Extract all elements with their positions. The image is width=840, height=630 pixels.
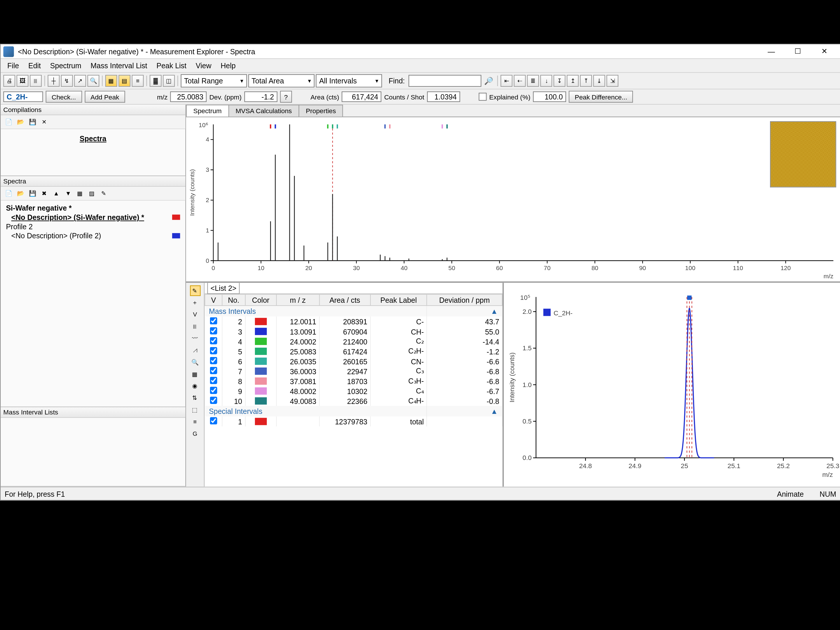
nav-icon-3[interactable]: ≣ [527,75,539,87]
layout-icon-2[interactable]: ▤ [118,75,130,87]
table-row[interactable]: 3 13.0091670904CH-55.0 [205,326,502,336]
table-row[interactable]: 112379783total [205,417,502,426]
help-button[interactable]: ? [280,91,292,103]
peaks-icon[interactable]: ⫼ [30,75,42,87]
search-icon[interactable]: 🔍 [189,357,200,368]
menu-view[interactable]: View [192,60,215,71]
zoom-icon[interactable]: 🔍 [87,75,99,87]
table-row[interactable]: 6 26.0035260165CN--6.6 [205,356,502,366]
table-row[interactable]: 10 49.008322366C₄H--0.8 [205,396,502,406]
new-spectrum-icon[interactable]: 📄 [3,188,14,199]
down-icon[interactable]: ▼ [63,188,74,199]
menu-mass-interval-list[interactable]: Mass Interval List [87,60,152,71]
layout-icon-1[interactable]: ▦ [105,75,117,87]
nav-icon-4[interactable]: ↓ [540,75,553,87]
open-spectrum-icon[interactable]: 📂 [15,188,26,199]
tab-spectrum[interactable]: Spectrum [186,105,229,117]
tree-root[interactable]: Si-Wafer negative * [3,203,183,213]
target-icon[interactable]: ◉ [189,381,200,391]
new-icon[interactable]: 📄 [3,117,14,127]
bars-icon[interactable]: ⫼ [189,321,200,332]
delete-icon[interactable]: ✕ [39,117,50,127]
nav-icon-1[interactable]: ⇤ [501,75,513,87]
check-button[interactable]: Check... [46,91,82,103]
tree-profile[interactable]: Profile 2 [3,222,183,231]
open-icon[interactable]: 📂 [15,117,26,127]
nav-icon-6[interactable]: ↥ [567,75,579,87]
peak-icon[interactable]: ⩘ [189,345,200,355]
row-checkbox[interactable] [210,387,217,394]
nav-icon-7[interactable]: ⤒ [580,75,592,87]
close-button[interactable]: ✕ [811,45,838,58]
color-icon[interactable]: ▨ [87,188,97,199]
save-spectrum-icon[interactable]: 💾 [27,188,38,199]
plus-icon[interactable]: ＋ [189,297,200,308]
row-checkbox[interactable] [210,337,217,344]
row-checkbox[interactable] [210,327,217,335]
col-v[interactable]: V [205,294,222,306]
row-checkbox[interactable] [210,357,217,364]
tool-icon-1[interactable]: ┼ [47,75,60,87]
row-checkbox[interactable] [210,367,217,374]
spectrum-chart[interactable]: 01020304050607080901001101200123410⁶m/zI… [186,117,840,283]
row-checkbox[interactable] [210,397,217,404]
zoom-chart[interactable]: 24.824.92525.125.225.30.00.51.01.52.010⁵… [504,283,840,486]
range-combo[interactable]: Total Range [181,74,247,87]
table-row[interactable]: 4 24.0002212400C₂-14.4 [205,336,502,346]
v-icon[interactable]: V [189,309,200,320]
g-icon[interactable]: G [189,428,200,439]
minimize-button[interactable]: — [758,45,785,58]
list-tab[interactable]: <List 2> [207,283,240,294]
col-peak[interactable]: Peak Label [370,294,427,306]
print-icon[interactable]: 🖨 [3,75,15,87]
menu-spectrum[interactable]: Spectrum [46,60,85,71]
menu-help[interactable]: Help [217,60,240,71]
tab-properties[interactable]: Properties [298,105,343,117]
find-input[interactable] [409,75,482,87]
formula-input[interactable] [3,91,43,102]
col-area[interactable]: Area / cts [319,294,370,306]
col-dev[interactable]: Deviation / ppm [427,294,502,306]
col-no[interactable]: No. [222,294,245,306]
up-icon[interactable]: ▲ [51,188,62,199]
row-checkbox[interactable] [210,377,217,384]
spectra-link[interactable]: Spectra [3,132,183,145]
palette-icon[interactable]: ◫ [163,75,175,87]
table-row[interactable]: 7 36.000322947C₃-6.8 [205,366,502,376]
tree-item-selected[interactable]: <No Description> (Si-Wafer negative) * [3,213,183,222]
delete-spectrum-icon[interactable]: ✖ [39,188,50,199]
nav-icon-9[interactable]: ⇲ [607,75,619,87]
grid2-icon[interactable]: ▦ [189,369,200,379]
table-row[interactable]: 2 12.0011208391C-43.7 [205,316,502,326]
intervals-combo[interactable]: All Intervals [316,74,382,87]
table-row[interactable]: 8 37.008118703C₃H--6.8 [205,376,502,386]
menu-peak-list[interactable]: Peak List [153,60,191,71]
image-icon[interactable]: 🖼 [17,75,28,87]
peak-difference-button[interactable]: Peak Difference... [569,91,633,103]
wave-icon[interactable]: 〰 [189,333,200,344]
col-color[interactable]: Color [245,294,276,306]
pencil-icon[interactable]: ✎ [189,286,200,296]
grid-icon[interactable]: ▦ [75,188,85,199]
tool-icon-2[interactable]: ↯ [61,75,73,87]
add-peak-button[interactable]: Add Peak [85,91,125,103]
maximize-button[interactable]: ☐ [785,45,811,58]
row-checkbox[interactable] [210,317,217,325]
row-checkbox[interactable] [210,417,217,425]
nav-icon-2[interactable]: ⇠ [514,75,526,87]
col-mz[interactable]: m / z [276,294,319,306]
image-thumbnail[interactable] [770,122,836,188]
table-row[interactable]: 9 48.000210302C₄-6.7 [205,386,502,396]
nav-icon-8[interactable]: ⤓ [594,75,605,87]
tool-icon-3[interactable]: ↗ [74,75,86,87]
row-checkbox[interactable] [210,347,217,354]
table-row[interactable]: 5 25.0083617424C₂H--1.2 [205,346,502,356]
nav-icon-5[interactable]: ↧ [554,75,566,87]
tree-item-profile-child[interactable]: <No Description> (Profile 2) [3,231,183,240]
chart-icon[interactable]: ▓ [150,75,162,87]
menu-file[interactable]: File [3,60,23,71]
list-icon[interactable]: ≡ [132,75,144,87]
save-icon[interactable]: 💾 [27,117,38,127]
export-icon[interactable]: ⬚ [189,404,200,415]
tab-mvsa[interactable]: MVSA Calculations [228,105,299,117]
